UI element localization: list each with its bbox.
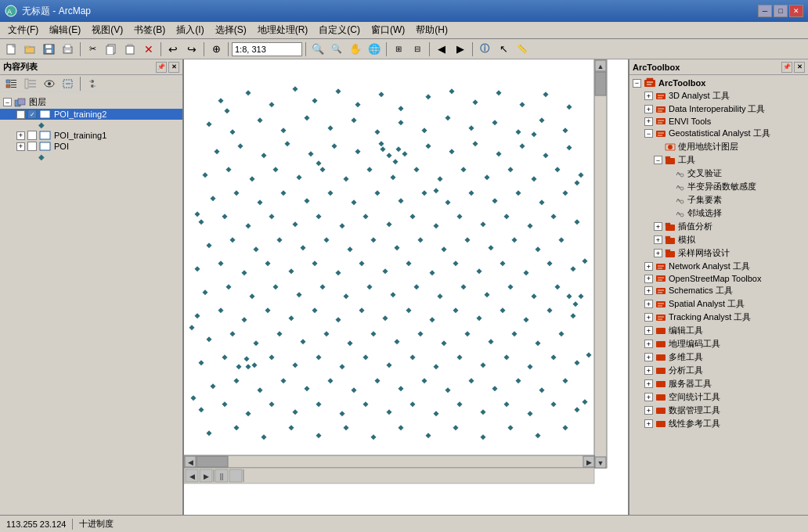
toolbox-network-analyst[interactable]: + Network Analyst 工具 [629,260,808,273]
poi1-checkbox[interactable] [27,131,37,140]
minimize-button[interactable]: ─ [758,5,772,17]
identify-button[interactable]: ⓘ [476,41,493,57]
interp-expand[interactable]: + [654,222,662,231]
back-extent-button[interactable]: ◀ [433,41,450,57]
menu-item-i[interactable]: 插入(I) [171,22,208,38]
geocode-expand[interactable]: + [644,340,653,348]
toolbox-data-interop[interactable]: + Data Interoperability 工具 [629,102,808,116]
sim-expand[interactable]: + [654,235,662,244]
paste-button[interactable] [121,41,139,57]
toolbox-schematics[interactable]: + Schematics 工具 [629,284,808,297]
extent-button[interactable]: ⊟ [409,41,426,57]
layers-expand[interactable]: − [3,98,12,106]
map-container[interactable]: ▲ ▼ ◀ ▶ ◀ ▶ || [184,59,628,515]
full-extent-button[interactable]: ⊞ [390,41,407,57]
network-expand[interactable]: + [644,262,653,271]
toolbox-close-button[interactable]: ✕ [794,62,805,73]
toc-list-by-visibility[interactable] [41,76,58,92]
toolbox-server[interactable]: + 服务器工具 [629,377,808,390]
maximize-button[interactable]: □ [774,5,788,17]
menu-item-s[interactable]: 选择(S) [211,22,251,38]
toc-close-button[interactable]: ✕ [168,62,179,73]
zoom-in-button[interactable]: 🔍 [309,41,326,57]
forward-extent-button[interactable]: ▶ [452,41,469,57]
toolbox-multidim[interactable]: + 多维工具 [629,350,808,364]
title-bar-controls[interactable]: ─ □ ✕ [758,5,803,17]
toolbox-neighbor-select[interactable]: 邻域选择 [629,207,808,220]
delete-button[interactable]: ✕ [140,41,157,57]
edit-expand[interactable]: + [644,326,653,335]
toc-list-by-source[interactable] [22,76,39,92]
schematics-expand[interactable]: + [644,286,653,295]
poi-checkbox[interactable] [27,142,37,151]
toolbox-tools-folder[interactable]: − 工具 [629,153,808,167]
data-mgmt-expand[interactable]: + [644,406,653,415]
multidim-expand[interactable]: + [644,353,653,361]
3d-expand[interactable]: + [644,92,653,100]
toolbox-geocode[interactable]: + 地理编码工具 [629,337,808,350]
open-button[interactable] [22,41,39,57]
cut-button[interactable]: ✂ [84,41,101,57]
toolbox-tracking[interactable]: + Tracking Analyst 工具 [629,311,808,324]
print-button[interactable] [60,41,77,57]
toc-item-poi-training2[interactable]: − ✓ POI_training2 [0,109,182,120]
toc-options-button[interactable] [84,76,101,92]
envi-expand[interactable]: + [644,117,653,126]
poi2-expand[interactable]: − [16,110,25,119]
root-expand[interactable]: − [633,79,641,88]
spatial-expand[interactable]: + [644,300,653,308]
menu-item-e[interactable]: 编辑(E) [45,22,85,38]
toc-item-poi-training1[interactable]: + POI_training1 [0,130,182,141]
toolbox-header-controls[interactable]: 📌 ✕ [781,62,805,73]
server-expand[interactable]: + [644,379,653,388]
toc-list-by-drawing-order[interactable] [3,76,20,92]
spatial-stats-expand[interactable]: + [644,393,653,401]
toolbox-use-layer[interactable]: 使用地统计图层 [629,140,808,153]
close-button[interactable]: ✕ [789,5,803,17]
toolbox-subset-features[interactable]: 子集要素 [629,193,808,207]
toc-pin-button[interactable]: 📌 [156,62,167,73]
toolbox-envi[interactable]: + ENVI Tools [629,116,808,127]
poi2-checkbox[interactable]: ✓ [27,110,37,119]
menu-item-c[interactable]: 自定义(C) [314,22,365,38]
menu-item-f[interactable]: 文件(F) [3,22,43,38]
scale-input[interactable] [232,42,302,56]
toolbox-interpolation[interactable]: + 插值分析 [629,220,808,233]
toolbox-data-mgmt[interactable]: + 数据管理工具 [629,404,808,417]
toc-item-layers[interactable]: − 图层 [0,95,182,109]
save-button[interactable] [41,41,58,57]
select-button[interactable]: ↖ [495,41,512,57]
copy-button[interactable] [103,41,120,57]
toolbox-analysis[interactable]: + 分析工具 [629,364,808,377]
sampling-expand[interactable]: + [654,249,662,257]
toolbox-cross-validation[interactable]: 交叉验证 [629,167,808,180]
poi1-expand[interactable]: + [16,131,25,140]
linear-ref-expand[interactable]: + [644,419,653,428]
toolbox-spatial-stats[interactable]: + 空间统计工具 [629,390,808,404]
poi-expand[interactable]: + [16,142,25,151]
toolbox-spatial-analyst[interactable]: + Spatial Analyst 工具 [629,297,808,311]
redo-button[interactable]: ↪ [183,41,200,57]
toolbox-root[interactable]: − ArcToolbox [629,77,808,89]
toolbox-semivariogram[interactable]: 半变异函数敏感度 [629,180,808,193]
menu-item-w[interactable]: 窗口(W) [366,22,409,38]
toc-item-poi[interactable]: + POI [0,141,182,152]
pan-button[interactable]: ✋ [347,41,364,57]
menu-item-b[interactable]: 书签(B) [129,22,170,38]
analysis-expand[interactable]: + [644,366,653,375]
toolbox-pin-button[interactable]: 📌 [781,62,792,73]
geostat-expand[interactable]: − [644,129,653,138]
menu-item-v[interactable]: 视图(V) [87,22,128,38]
osm-expand[interactable]: + [644,275,653,283]
toolbox-osm[interactable]: + OpenStreetMap Toolbox [629,273,808,284]
toolbox-edit[interactable]: + 编辑工具 [629,324,808,337]
new-button[interactable] [3,41,20,57]
toolbox-sampling[interactable]: + 采样网络设计 [629,246,808,260]
interop-expand[interactable]: + [644,105,653,113]
measure-button[interactable]: 📏 [514,41,531,57]
zoom-out-button[interactable]: 🔍 [328,41,345,57]
menu-item-h[interactable]: 帮助(H) [411,22,453,38]
menu-item-r[interactable]: 地理处理(R) [253,22,313,38]
toolbox-geostat[interactable]: − Geostatistical Analyst 工具 [629,127,808,140]
toc-list-by-selection[interactable] [60,76,77,92]
